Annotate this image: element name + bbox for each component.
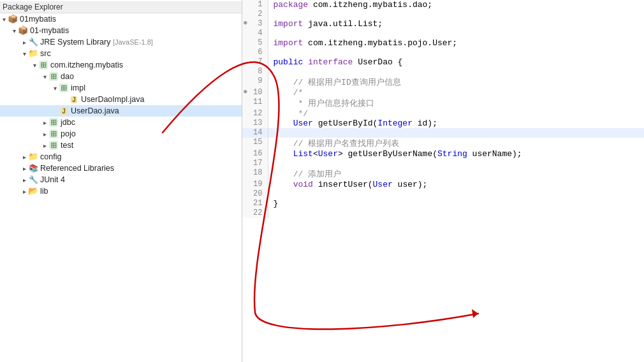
code-line-16[interactable]: 16 List<User> getUserByUserName(String u… — [242, 149, 644, 159]
code-line-21[interactable]: 21} — [242, 199, 644, 208]
expand-arrow[interactable]: ▸ — [20, 177, 28, 184]
expand-arrow[interactable]: ▾ — [51, 85, 59, 92]
code-content[interactable] — [268, 128, 644, 138]
code-content[interactable] — [268, 208, 644, 218]
fold-icon[interactable]: ◉ — [244, 19, 247, 26]
code-line-8[interactable]: 8 — [242, 67, 644, 76]
expand-arrow[interactable]: ▾ — [10, 27, 18, 34]
pkg-icon: ⊞ — [59, 83, 69, 93]
expand-arrow[interactable]: ▸ — [41, 131, 48, 138]
code-content[interactable] — [268, 48, 644, 57]
code-line-2[interactable]: 2 — [242, 10, 644, 19]
tree-item-config[interactable]: ▸📁config — [0, 151, 242, 163]
code-line-7[interactable]: 7public interface UserDao { — [242, 57, 644, 67]
code-line-11[interactable]: 11 * 用户信息持化接口 — [242, 98, 644, 109]
code-content[interactable]: import java.util.List; — [268, 19, 644, 29]
code-line-6[interactable]: 6 — [242, 48, 644, 57]
expand-arrow[interactable]: ▾ — [41, 73, 48, 80]
code-line-15[interactable]: 15 // 根据用户名查找用户列表 — [242, 138, 644, 149]
code-line-18[interactable]: 18 // 添加用户 — [242, 168, 644, 180]
line-number: 8 — [242, 67, 268, 76]
expand-arrow[interactable]: ▸ — [20, 188, 28, 195]
code-content[interactable]: /* — [268, 88, 644, 98]
tree-item-src[interactable]: ▾📁src — [0, 48, 242, 59]
code-line-17[interactable]: 17 — [242, 159, 644, 168]
tree-item-test[interactable]: ▸⊞test — [0, 140, 242, 151]
tree-item-impl[interactable]: ▾⊞impl — [0, 82, 242, 94]
libfolder-icon: 📂 — [28, 186, 38, 196]
tree-item-jdbc[interactable]: ▸⊞jdbc — [0, 117, 242, 128]
code-content[interactable]: * 用户信息持化接口 — [268, 98, 644, 109]
expand-arrow[interactable]: ▸ — [41, 142, 48, 149]
code-line-10[interactable]: ◉10 /* — [242, 88, 644, 98]
code-content[interactable]: void insertUser(User user); — [268, 180, 644, 189]
code-line-9[interactable]: 9 // 根据用户ID查询用户信息 — [242, 76, 644, 88]
tree-label: dao — [61, 72, 74, 81]
line-number: 18 — [242, 168, 268, 180]
line-number: 16 — [242, 149, 268, 159]
tree-item-junit4[interactable]: ▸🔧JUnit 4 — [0, 174, 242, 185]
code-line-12[interactable]: 12 */ — [242, 109, 644, 119]
java-icon: J — [69, 94, 79, 105]
line-number: 7 — [242, 57, 268, 67]
tree-item-pojo[interactable]: ▸⊞pojo — [0, 128, 242, 140]
expand-arrow[interactable]: ▾ — [0, 16, 8, 23]
expand-arrow[interactable]: ▸ — [20, 154, 28, 161]
package-icon: 📦 — [18, 25, 28, 36]
file-tree[interactable]: Package Explorer▾📦01mybatis▾📦01-mybatis▸… — [0, 0, 242, 362]
code-line-5[interactable]: 5import com.itzheng.mybatis.pojo.User; — [242, 38, 644, 48]
code-content[interactable]: // 添加用户 — [268, 168, 644, 180]
code-line-4[interactable]: 4 — [242, 29, 644, 38]
code-line-1[interactable]: 1package com.itzheng.mybatis.dao; — [242, 0, 644, 10]
tree-item-01mybatis[interactable]: ▾📦01-mybatis — [0, 25, 242, 36]
java-icon: J — [59, 106, 69, 116]
line-number: 2 — [242, 10, 268, 19]
tree-item-RefLibs[interactable]: ▸📚Referenced Libraries — [0, 163, 242, 174]
fold-icon[interactable]: ◉ — [244, 88, 247, 95]
code-line-20[interactable]: 20 — [242, 189, 644, 199]
code-content[interactable]: // 根据用户名查找用户列表 — [268, 138, 644, 149]
code-content[interactable]: public interface UserDao { — [268, 57, 644, 67]
pkg-icon: ⊞ — [48, 117, 59, 127]
code-content[interactable]: package com.itzheng.mybatis.dao; — [268, 0, 644, 10]
code-content[interactable] — [268, 159, 644, 168]
tree-label: 01mybatis — [20, 15, 56, 24]
tree-item-com.itzheng.mybatis[interactable]: ▾⊞com.itzheng.mybatis — [0, 59, 242, 71]
tree-label: UserDaoImpl.java — [81, 95, 144, 104]
expand-arrow[interactable]: ▾ — [31, 62, 38, 69]
tree-item-UserDaoImpl.java[interactable]: JUserDaoImpl.java — [0, 94, 242, 105]
expand-arrow[interactable]: ▾ — [20, 50, 28, 57]
code-editor[interactable]: 1package com.itzheng.mybatis.dao;2 ◉3imp… — [242, 0, 644, 362]
line-number: ◉10 — [242, 88, 268, 98]
code-content[interactable] — [268, 67, 644, 76]
expand-arrow[interactable]: ▸ — [41, 119, 48, 126]
code-line-19[interactable]: 19 void insertUser(User user); — [242, 180, 644, 189]
expand-arrow[interactable]: ▸ — [20, 165, 28, 172]
code-content[interactable] — [268, 189, 644, 199]
tree-item-01mybatis-root[interactable]: ▾📦01mybatis — [0, 13, 242, 25]
code-content[interactable]: */ — [268, 109, 644, 119]
tree-item-jre[interactable]: ▸🔧JRE System Library [JavaSE-1.8] — [0, 36, 242, 48]
code-content[interactable]: User getUserById(Integer id); — [268, 119, 644, 128]
code-content[interactable]: import com.itzheng.mybatis.pojo.User; — [268, 38, 644, 48]
code-content[interactable]: // 根据用户ID查询用户信息 — [268, 76, 644, 88]
jre-icon: 🔧 — [28, 37, 38, 47]
code-line-22[interactable]: 22 — [242, 208, 644, 218]
reflib-icon: 📚 — [28, 163, 38, 173]
junit-icon: 🔧 — [28, 175, 38, 185]
code-content[interactable]: } — [268, 199, 644, 208]
tree-item-lib[interactable]: ▸📂lib — [0, 185, 242, 197]
pkg-icon: ⊞ — [48, 129, 59, 139]
code-content[interactable] — [268, 29, 644, 38]
tree-item-dao[interactable]: ▾⊞dao — [0, 71, 242, 82]
tree-item-UserDao.java[interactable]: JUserDao.java — [0, 105, 242, 117]
tree-label: UserDao.java — [71, 106, 119, 115]
code-line-14[interactable]: 14 — [242, 128, 644, 138]
expand-arrow[interactable]: ▸ — [20, 39, 28, 46]
code-line-3[interactable]: ◉3import java.util.List; — [242, 19, 644, 29]
code-content[interactable] — [268, 10, 644, 19]
code-line-13[interactable]: 13 User getUserById(Integer id); — [242, 119, 644, 128]
line-number: 11 — [242, 98, 268, 109]
package-icon: 📦 — [8, 14, 18, 24]
code-content[interactable]: List<User> getUserByUserName(String user… — [268, 149, 644, 159]
